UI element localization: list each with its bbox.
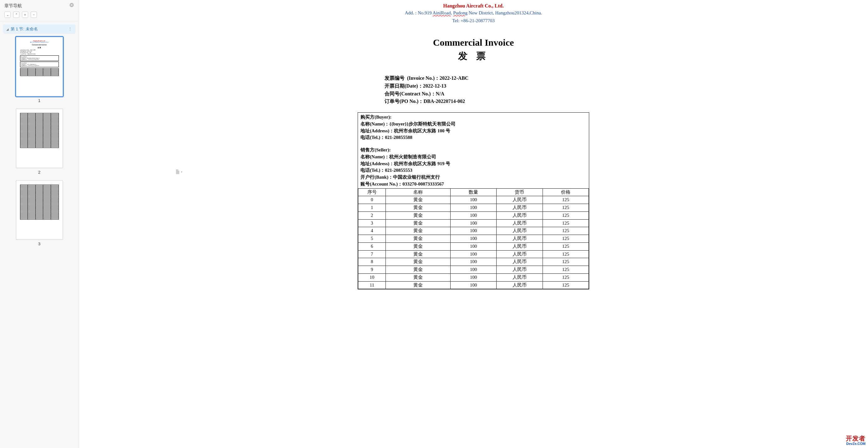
cell-ccy: 人民币 — [497, 250, 542, 258]
page-icon — [175, 169, 180, 174]
invoice-date-row: 开票日期(Date)：2022-12-13 — [384, 82, 589, 90]
cell-qty: 100 — [450, 204, 496, 212]
col-index: 序号 — [358, 188, 386, 196]
buyer-addr-value: 杭州市余杭区大东路 100 号 — [394, 128, 450, 133]
close-icon[interactable] — [69, 2, 74, 9]
po-no-value: DBA-20220714-002 — [423, 99, 465, 104]
add-section-button[interactable]: + — [22, 11, 28, 18]
cell-name: 黄金 — [386, 196, 450, 204]
table-row: 0黄金100人民币125 — [358, 196, 589, 204]
col-currency: 货币 — [497, 188, 542, 196]
cell-idx: 0 — [358, 196, 386, 204]
cell-qty: 100 — [450, 258, 496, 266]
contract-no-row: 合同号(Contract No.)：N/A — [384, 90, 589, 98]
insert-tool[interactable]: ▾ — [175, 169, 182, 174]
section-item[interactable]: ◢ 第 1 节: 未命名 ⋮ — [3, 24, 75, 34]
cell-qty: 100 — [450, 243, 496, 250]
company-name-red: Hangzhou Aircraft Co., Ltd. — [358, 3, 589, 9]
cell-name: 黄金 — [386, 227, 450, 235]
table-row: 6黄金100人民币125 — [358, 243, 589, 250]
cell-ccy: 人民币 — [497, 281, 542, 289]
col-qty: 数量 — [450, 188, 496, 196]
page-thumbnail-2[interactable] — [16, 108, 63, 168]
buyer-name-value: {{buyer}}步尔斯特航天有限公司 — [389, 121, 455, 126]
items-table: 序号 名称 数量 货币 价格 0黄金100人民币1251黄金100人民币1252… — [358, 188, 589, 289]
sidebar-toolbar: ⌄ ⌃ + − — [0, 11, 79, 21]
section-label: 第 1 节: 未命名 — [11, 26, 38, 32]
table-row: 8黄金100人民币125 — [358, 258, 589, 266]
cell-idx: 9 — [358, 266, 386, 274]
buyer-tel-value: 021-20855588 — [385, 135, 412, 140]
cell-idx: 1 — [358, 204, 386, 212]
table-row: 9黄金100人民币125 — [358, 266, 589, 274]
seller-acct-label: 账号(Account No.)： — [361, 182, 402, 187]
cell-idx: 6 — [358, 243, 386, 250]
cell-ccy: 人民币 — [497, 274, 542, 281]
more-icon[interactable]: ⋮ — [68, 27, 72, 32]
document-page[interactable]: Hangzhou Aircraft Co., Ltd. Add. : No.91… — [351, 0, 595, 448]
chevron-down-icon: ▾ — [181, 170, 182, 173]
cell-price: 125 — [542, 227, 589, 235]
seller-acct-row: 账号(Account No.)：033270-00873333567 — [361, 181, 586, 188]
seller-tel-label: 电话(Tel.)： — [361, 168, 385, 173]
cell-name: 黄金 — [386, 274, 450, 281]
col-price: 价格 — [542, 188, 589, 196]
cell-ccy: 人民币 — [497, 204, 542, 212]
contract-no-label: 合同号(Contract No.)： — [384, 91, 436, 96]
cell-idx: 3 — [358, 219, 386, 227]
thumbnail-item: Hangzhou Aircraft Co., Ltd. Add.: No.919… — [3, 37, 75, 103]
page-thumbnail-3[interactable] — [16, 180, 63, 239]
cell-ccy: 人民币 — [497, 258, 542, 266]
cell-price: 125 — [542, 274, 589, 281]
buyer-heading: 购买方(Buyer): — [361, 114, 586, 121]
cell-qty: 100 — [450, 227, 496, 235]
invoice-date-value: 2022-12-13 — [423, 83, 446, 89]
seller-acct-value: 033270-00873333567 — [402, 182, 444, 187]
sidebar-header: 章节导航 — [0, 0, 79, 11]
remove-section-button[interactable]: − — [31, 11, 37, 18]
table-header-row: 序号 名称 数量 货币 价格 — [358, 188, 589, 196]
cell-qty: 100 — [450, 266, 496, 274]
cell-price: 125 — [542, 243, 589, 250]
po-no-label: 订单号(PO No.)： — [384, 99, 423, 104]
cell-qty: 100 — [450, 274, 496, 281]
cell-qty: 100 — [450, 219, 496, 227]
cell-price: 125 — [542, 266, 589, 274]
table-row: 5黄金100人民币125 — [358, 235, 589, 243]
company-tel-blue: Tel: +86-21-20877703 — [358, 17, 589, 24]
table-row: 2黄金100人民币125 — [358, 212, 589, 219]
page-thumbnail-1[interactable]: Hangzhou Aircraft Co., Ltd. Add.: No.919… — [16, 37, 63, 96]
invoice-date-label: 开票日期(Date)： — [384, 83, 423, 89]
cell-name: 黄金 — [386, 243, 450, 250]
document-title-cn: 发 票 — [358, 50, 589, 63]
cell-price: 125 — [542, 212, 589, 219]
invoice-no-label: 发票编号 (Invoice No.)： — [384, 75, 440, 81]
collapse-all-button[interactable]: ⌃ — [13, 11, 20, 18]
cell-name: 黄金 — [386, 204, 450, 212]
party-box: 购买方(Buyer): 名称(Name)：{{buyer}}步尔斯特航天有限公司… — [358, 112, 589, 289]
cell-name: 黄金 — [386, 258, 450, 266]
buyer-tel-row: 电话(Tel.)：021-20855588 — [361, 134, 586, 141]
seller-bank-row: 开户行(Bank)：中国农业银行杭州支行 — [361, 174, 586, 181]
expand-all-button[interactable]: ⌄ — [4, 11, 11, 18]
thumbnail-item: 2 — [3, 108, 75, 174]
cell-price: 125 — [542, 204, 589, 212]
cell-ccy: 人民币 — [497, 219, 542, 227]
invoice-no-value: 2022-12-ABC — [440, 75, 468, 81]
seller-addr-row: 地址(Address)：杭州市余杭区大东路 919 号 — [361, 160, 586, 167]
seller-name-label: 名称(Name)： — [361, 154, 389, 159]
cell-idx: 8 — [358, 258, 386, 266]
contract-no-value: N/A — [436, 91, 445, 96]
table-row: 10黄金100人民币125 — [358, 274, 589, 281]
addr-underlined-2: Pudong — [453, 10, 467, 15]
cell-price: 125 — [542, 196, 589, 204]
cell-qty: 100 — [450, 250, 496, 258]
document-title-en: Commercial Invoice — [358, 37, 589, 48]
col-name: 名称 — [386, 188, 450, 196]
cell-price: 125 — [542, 219, 589, 227]
cell-idx: 7 — [358, 250, 386, 258]
cell-name: 黄金 — [386, 281, 450, 289]
seller-addr-label: 地址(Address)： — [361, 161, 394, 166]
cell-qty: 100 — [450, 212, 496, 219]
cell-name: 黄金 — [386, 250, 450, 258]
